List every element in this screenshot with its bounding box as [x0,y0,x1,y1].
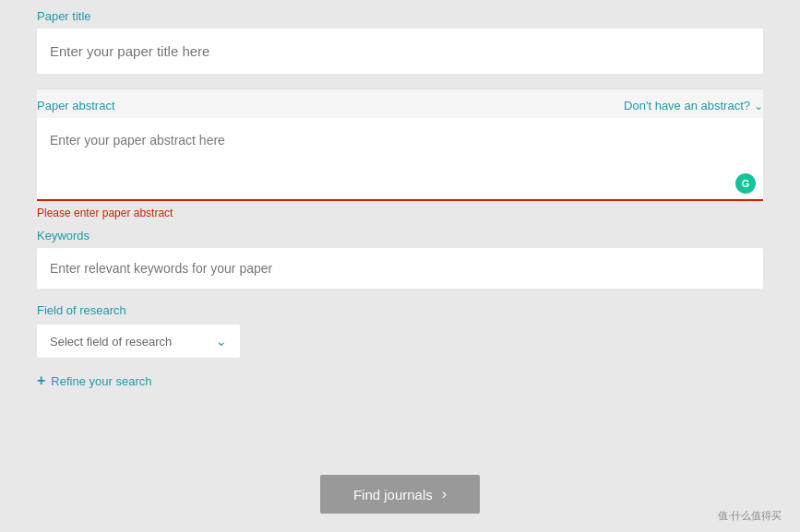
refine-search-label: Refine your search [51,374,151,388]
chevron-down-icon: ⌄ [216,334,227,349]
arrow-icon: › [442,486,447,502]
field-of-research-dropdown[interactable]: Select field of research ⌄ [37,325,240,358]
field-of-research-label: Field of research [37,303,763,317]
chevron-down-icon: ⌄ [754,100,763,112]
abstract-error-message: Please enter paper abstract [37,207,763,219]
paper-abstract-input[interactable] [37,118,763,201]
paper-abstract-section: Paper abstract Don't have an abstract? ⌄… [37,89,763,201]
watermark: 值·什么值得买 [718,509,782,523]
abstract-input-wrapper: G [37,118,763,201]
keywords-label: Keywords [37,229,763,242]
abstract-header: Paper abstract Don't have an abstract? ⌄ [37,99,763,112]
plus-icon: + [37,372,45,389]
keywords-input[interactable] [37,248,763,289]
main-container: Paper title Paper abstract Don't have an… [0,0,800,456]
paper-title-section: Paper title [37,9,763,74]
paper-title-input[interactable] [37,29,763,74]
grammarly-icon: G [735,173,756,194]
dont-have-abstract-toggle[interactable]: Don't have an abstract? ⌄ [624,99,763,112]
find-journals-button[interactable]: Find journals › [320,475,480,514]
field-of-research-section: Field of research Select field of resear… [37,303,763,358]
refine-search-toggle[interactable]: + Refine your search [37,372,763,389]
dont-have-abstract-text: Don't have an abstract? [624,99,750,112]
find-journals-label: Find journals [353,487,433,502]
bottom-bar: Find journals › [0,456,800,532]
keywords-section: Keywords [37,229,763,289]
paper-abstract-label: Paper abstract [37,99,115,112]
paper-title-label: Paper title [37,9,763,23]
dropdown-placeholder-text: Select field of research [50,335,172,349]
